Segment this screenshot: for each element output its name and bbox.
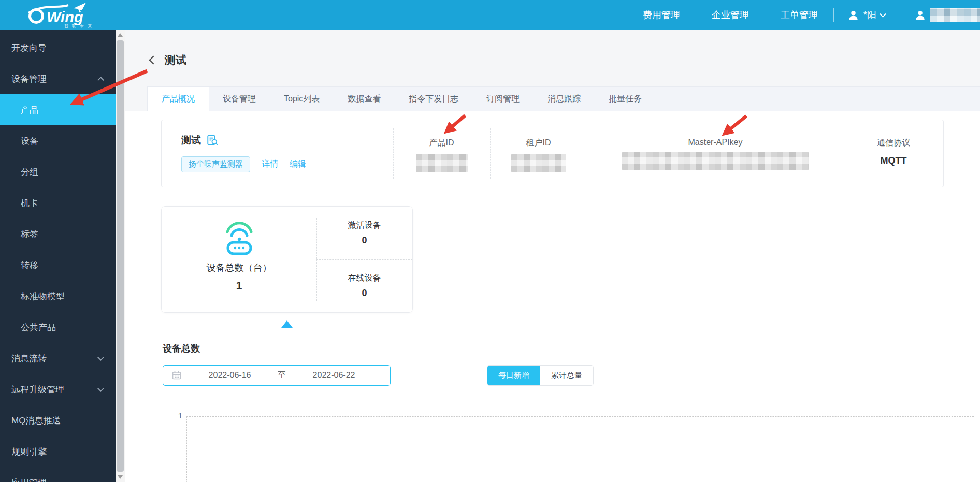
- device-total-value: 1: [162, 279, 316, 291]
- protocol-value: MQTT: [844, 155, 943, 166]
- sidebar-item-label: 远程升级管理: [11, 384, 64, 396]
- sidebar-item-device-mgmt[interactable]: 设备管理: [0, 63, 116, 94]
- chart-mode-toggle: 每日新增 累计总量: [487, 366, 593, 385]
- scroll-up-arrow[interactable]: [118, 33, 123, 37]
- sidebar-item-device[interactable]: 设备: [0, 125, 116, 156]
- tab-data-view[interactable]: 数据查看: [334, 87, 395, 111]
- sidebar-item-transfer[interactable]: 转移: [0, 250, 116, 281]
- main-content: 测试 产品概况 设备管理 Topic列表 数据查看 指令下发日志 订阅管理 消息…: [125, 30, 980, 482]
- sidebar-item-sim-card[interactable]: 机卡: [0, 187, 116, 218]
- toggle-daily-new[interactable]: 每日新增: [487, 366, 540, 385]
- apikey-label: Master-APIkey: [587, 138, 844, 147]
- redacted-apikey: [622, 152, 809, 170]
- product-name: 测试: [181, 134, 201, 147]
- online-devices-value: 0: [362, 288, 367, 299]
- sidebar-item-mq-push[interactable]: MQ消息推送: [0, 405, 116, 436]
- tab-command-log[interactable]: 指令下发日志: [395, 87, 472, 111]
- tab-device-mgmt[interactable]: 设备管理: [209, 87, 270, 111]
- online-devices-label: 在线设备: [348, 273, 381, 284]
- user-icon: [847, 9, 859, 21]
- product-info-card: 测试 扬尘噪声监测器 详情 编辑 产品ID 租户ID: [161, 120, 944, 187]
- scrollbar-thumb[interactable]: [117, 40, 124, 472]
- breadcrumb: 测试: [150, 53, 186, 67]
- redacted-tenant-id: [511, 154, 566, 172]
- date-range-picker[interactable]: 2022-06-16 至 2022-06-22: [163, 365, 391, 386]
- toggle-cumulative-total[interactable]: 累计总量: [540, 366, 593, 385]
- redacted-product-id: [416, 154, 468, 172]
- product-id-label: 产品ID: [393, 138, 490, 149]
- brand-tagline: 智联未来: [64, 23, 95, 29]
- redacted-account-name: [930, 8, 980, 22]
- date-separator: 至: [278, 370, 286, 381]
- user-menu[interactable]: *阳: [834, 9, 899, 21]
- tab-bar: 产品概况 设备管理 Topic列表 数据查看 指令下发日志 订阅管理 消息跟踪 …: [147, 86, 980, 111]
- sidebar-item-label: MQ消息推送: [11, 415, 61, 427]
- sidebar-item-label: 转移: [21, 259, 38, 271]
- tab-message-trace[interactable]: 消息跟踪: [534, 87, 595, 111]
- pointer-up-icon: [281, 320, 293, 328]
- sidebar-item-label: 消息流转: [11, 353, 47, 364]
- chart-plot-area: [186, 416, 974, 482]
- chevron-down-icon: [97, 354, 104, 361]
- sidebar-item-tag[interactable]: 标签: [0, 218, 116, 250]
- sidebar-item-label: 公共产品: [21, 322, 56, 333]
- sidebar-item-label: 规则引擎: [11, 446, 47, 458]
- activated-devices-value: 0: [362, 235, 367, 246]
- sidebar-item-label: 设备: [21, 135, 38, 147]
- device-total-label: 设备总数（台）: [162, 261, 316, 274]
- date-start-value[interactable]: 2022-06-16: [182, 371, 278, 380]
- detail-link[interactable]: 详情: [262, 159, 278, 170]
- sidebar-item-label: 分组: [21, 166, 38, 178]
- sidebar-item-group[interactable]: 分组: [0, 156, 116, 187]
- sidebar-item-message-flow[interactable]: 消息流转: [0, 343, 116, 374]
- account-badge[interactable]: [899, 8, 980, 22]
- tab-subscription[interactable]: 订阅管理: [472, 87, 534, 111]
- sidebar-item-app-mgmt[interactable]: 应用管理: [0, 467, 116, 482]
- device-stats-card[interactable]: 设备总数（台） 1 激活设备 0 在线设备 0: [161, 206, 413, 313]
- back-icon[interactable]: [149, 56, 158, 65]
- user-name: *阳: [863, 9, 876, 21]
- chevron-down-icon: [880, 11, 886, 18]
- product-category-tag: 扬尘噪声监测器: [181, 156, 250, 172]
- sidebar-item-product[interactable]: 产品: [0, 94, 116, 125]
- nav-workorder[interactable]: 工单管理: [765, 9, 833, 21]
- sidebar-item-label: 应用管理: [11, 477, 47, 482]
- sidebar-item-standard-model[interactable]: 标准物模型: [0, 281, 116, 312]
- sidebar-item-rule-engine[interactable]: 规则引擎: [0, 436, 116, 467]
- brand-logo[interactable]: Wing 智联未来: [27, 2, 115, 28]
- sidebar-item-label: 标签: [21, 228, 38, 240]
- device-wifi-icon: [221, 219, 258, 255]
- page-title: 测试: [165, 53, 186, 67]
- chevron-up-icon: [97, 77, 104, 83]
- vertical-scrollbar[interactable]: [116, 30, 125, 482]
- calendar-icon: [171, 370, 182, 381]
- nav-billing[interactable]: 费用管理: [627, 9, 696, 21]
- chevron-down-icon: [97, 385, 104, 392]
- nav-enterprise[interactable]: 企业管理: [696, 9, 765, 21]
- date-end-value[interactable]: 2022-06-22: [286, 371, 382, 380]
- sidebar-item-label: 开发向导: [11, 42, 47, 54]
- tenant-id-label: 租户ID: [490, 138, 587, 149]
- tab-product-overview[interactable]: 产品概况: [148, 87, 209, 111]
- sidebar-item-label: 设备管理: [11, 73, 47, 85]
- doc-search-icon[interactable]: [206, 134, 219, 147]
- tab-topic-list[interactable]: Topic列表: [270, 87, 334, 111]
- section-title-device-total: 设备总数: [163, 342, 200, 355]
- protocol-label: 通信协议: [844, 138, 943, 149]
- activated-devices-label: 激活设备: [348, 220, 381, 231]
- sidebar-item-dev-guide[interactable]: 开发向导: [0, 32, 116, 63]
- scroll-down-arrow[interactable]: [118, 475, 123, 479]
- sidebar: 开发向导 设备管理 产品 设备 分组 机卡 标签 转移 标准物模型 公共产品 消…: [0, 30, 116, 482]
- sidebar-item-label: 机卡: [21, 197, 38, 209]
- sidebar-item-ota-mgmt[interactable]: 远程升级管理: [0, 374, 116, 405]
- sidebar-item-label: 标准物模型: [21, 290, 65, 302]
- edit-link[interactable]: 编辑: [290, 159, 306, 170]
- sidebar-item-public-product[interactable]: 公共产品: [0, 312, 116, 343]
- user-icon: [914, 9, 926, 21]
- chart-y-tick: 1: [169, 411, 182, 420]
- top-header: Wing 智联未来 费用管理 企业管理 工单管理 *阳: [0, 0, 980, 30]
- sidebar-item-label: 产品: [21, 104, 38, 116]
- tab-batch-task[interactable]: 批量任务: [595, 87, 656, 111]
